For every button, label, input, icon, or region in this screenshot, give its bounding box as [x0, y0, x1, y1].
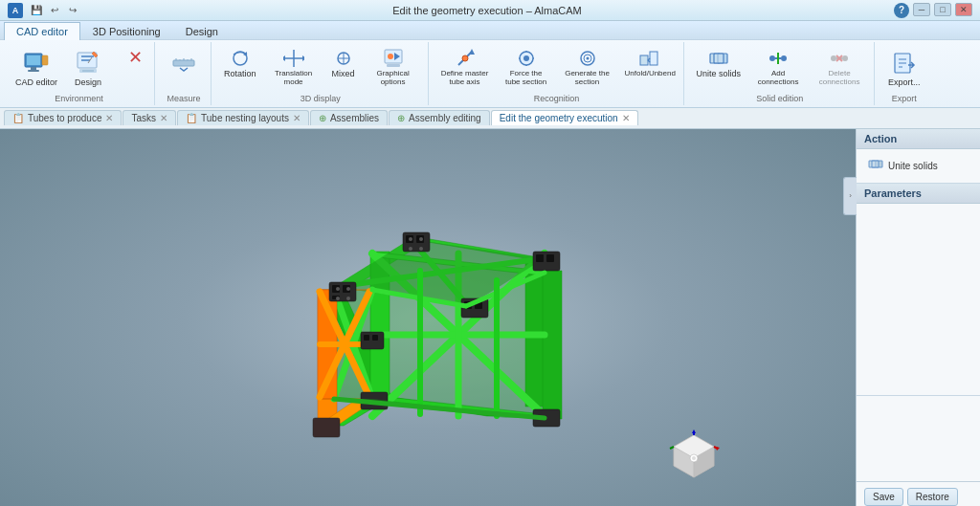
frame-svg: [143, 148, 679, 493]
recognition-label: Recognition: [436, 92, 678, 103]
generate-section-btn[interactable]: Generate the section: [559, 44, 616, 90]
graphical-icon: [382, 47, 405, 70]
cad-editor-label: CAD editor: [15, 78, 57, 88]
unite-solids-btn[interactable]: Unite solids: [692, 44, 746, 82]
tab-assemblies[interactable]: ⊕ Assemblies: [310, 110, 388, 125]
ribbon-group-recognition: Define master tube axis Force the: [431, 42, 684, 105]
add-connections-btn[interactable]: Add connections: [749, 44, 807, 90]
delete-small-btn[interactable]: ✕: [122, 44, 148, 71]
svg-point-50: [781, 55, 787, 61]
action-header: Action: [857, 129, 980, 149]
svg-rect-48: [714, 54, 724, 63]
tab-icon: ⊕: [397, 113, 405, 123]
svg-rect-29: [387, 64, 400, 67]
rotation-icon: [229, 47, 252, 70]
tab-label: Tubes to produce: [28, 113, 101, 123]
quick-access-bar: 💾 ↩ ↪: [29, 4, 80, 17]
tab-design[interactable]: Design: [173, 22, 231, 40]
unite-solids-label: Unite solids: [697, 70, 742, 79]
graphical-btn[interactable]: Graphical options: [365, 44, 422, 90]
export-label: Export...: [888, 78, 921, 88]
mixed-btn[interactable]: Mixed: [326, 44, 361, 82]
ribbon-group-environment: CAD editor Design: [4, 42, 155, 105]
svg-marker-21: [283, 55, 285, 61]
export-btn[interactable]: Export...: [882, 44, 926, 92]
define-master-btn[interactable]: Define master tube axis: [436, 44, 494, 90]
close-btn[interactable]: ✕: [955, 3, 972, 16]
svg-rect-43: [650, 52, 657, 65]
tab-close-icon[interactable]: ✕: [622, 113, 630, 123]
tab-assembly-editing[interactable]: ⊕ Assembly editing: [389, 110, 490, 125]
tab-tube-nesting[interactable]: 📋 Tube nesting layouts ✕: [177, 110, 309, 125]
undo-qa-btn[interactable]: ↩: [47, 4, 62, 17]
tabbar: 📋 Tubes to produce ✕ Tasks ✕ 📋 Tube nest…: [0, 108, 980, 129]
add-connections-icon: [767, 47, 790, 70]
rotation-btn[interactable]: Rotation: [219, 44, 261, 82]
translation-btn[interactable]: Translation mode: [265, 44, 323, 90]
generate-section-icon: [576, 47, 599, 70]
svg-point-31: [462, 55, 468, 61]
tab-edit-geometry[interactable]: Edit the geometry execution ✕: [491, 110, 638, 125]
design-label: Design: [75, 78, 101, 88]
svg-marker-20: [302, 55, 304, 61]
tab-cad-editor[interactable]: CAD editor: [4, 22, 80, 40]
ribbon: CAD editor 3D Positioning Design: [0, 21, 980, 108]
tab-close-icon[interactable]: ✕: [105, 113, 113, 123]
redo-qa-btn[interactable]: ↪: [65, 4, 80, 17]
parameters-header: Parameters: [857, 184, 980, 204]
tab-3d-positioning[interactable]: 3D Positioning: [80, 22, 173, 40]
delete-connections-btn[interactable]: Delete connections: [811, 44, 868, 90]
cad-editor-btn[interactable]: CAD editor: [10, 44, 63, 92]
unfold-btn[interactable]: Unfold/Unbend: [620, 44, 678, 81]
force-section-btn[interactable]: Force the tube section: [498, 44, 555, 90]
svg-rect-102: [546, 254, 554, 262]
unite-solids-action-icon: [868, 158, 883, 174]
ribbon-content: CAD editor Design: [0, 40, 980, 107]
maximize-btn[interactable]: □: [934, 3, 951, 16]
force-section-icon: [515, 47, 538, 70]
action-content: Unite solids: [857, 149, 980, 183]
svg-marker-133: [716, 447, 720, 451]
window-controls: ? ─ □ ✕: [894, 3, 972, 18]
svg-rect-3: [28, 70, 39, 72]
tab-tubes-to-produce[interactable]: 📋 Tubes to produce ✕: [4, 110, 122, 125]
panel-close-btn[interactable]: ›: [843, 177, 857, 215]
ribbon-group-measure: Measure: [157, 42, 212, 105]
svg-point-54: [842, 55, 848, 61]
tab-tasks[interactable]: Tasks ✕: [122, 110, 176, 125]
navigation-cube[interactable]: [666, 428, 722, 483]
delete-icon: ✕: [128, 47, 143, 68]
delete-connections-label: Delete connections: [815, 70, 863, 87]
nav-cube-svg: [666, 428, 722, 483]
tab-icon: 📋: [186, 113, 197, 123]
help-icon[interactable]: ?: [894, 3, 909, 18]
main-area: › Action Unite solids: [0, 129, 980, 506]
tab-close-icon[interactable]: ✕: [293, 113, 301, 123]
unfold-label: Unfold/Unbend: [625, 70, 673, 78]
solid-edition-label: Solid edition: [692, 92, 869, 103]
design-btn[interactable]: Design: [67, 44, 109, 92]
tab-label: Edit the geometry execution: [500, 113, 618, 123]
restore-button[interactable]: Restore: [907, 488, 958, 506]
minimize-btn[interactable]: ─: [913, 3, 930, 16]
svg-point-115: [346, 297, 350, 300]
svg-point-116: [409, 237, 412, 241]
tab-close-icon[interactable]: ✕: [160, 113, 167, 123]
save-qa-btn[interactable]: 💾: [29, 4, 44, 17]
svg-marker-131: [692, 429, 696, 433]
unite-solids-action[interactable]: Unite solids: [864, 155, 972, 177]
rotation-label: Rotation: [224, 70, 256, 79]
panel-footer: Save Restore: [857, 481, 980, 506]
force-section-label: Force the tube section: [502, 70, 550, 87]
unite-solids-icon: [707, 47, 730, 70]
svg-point-118: [409, 247, 412, 251]
graphical-label: Graphical options: [369, 70, 417, 87]
3d-viewport[interactable]: [0, 129, 856, 506]
tab-icon: ⊕: [319, 113, 326, 123]
svg-point-27: [388, 54, 393, 59]
measure-btn[interactable]: [163, 44, 205, 82]
save-button[interactable]: Save: [864, 488, 903, 506]
delete-connections-icon: [828, 47, 851, 70]
svg-point-117: [419, 237, 423, 241]
ribbon-tabs: CAD editor 3D Positioning Design: [0, 21, 980, 40]
